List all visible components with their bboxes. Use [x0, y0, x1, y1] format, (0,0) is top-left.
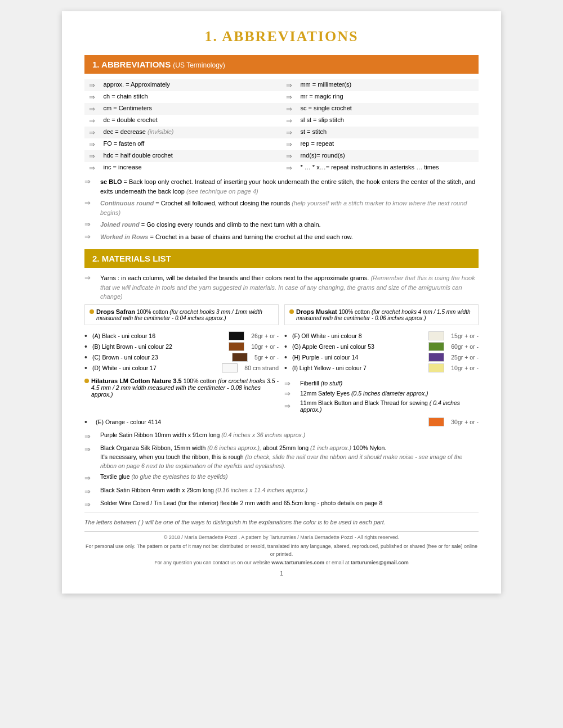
abbrev-row: ⇒ ch = chain stitch ⇒ mr = magic ring — [84, 91, 479, 103]
yarn-indicator-icon — [289, 309, 294, 314]
black-button-item: ⇒ 11mm Black Button and Black Thread for… — [284, 399, 479, 413]
arrow-icon: ⇒ — [284, 379, 300, 388]
hilaturas-name: Hilaturas LM Cotton Nature 3.5 — [91, 378, 182, 384]
def-scblo: ⇒ sc BLO = Back loop only crochet. Inste… — [84, 177, 479, 196]
page-number: 1 — [84, 570, 479, 577]
bullet-icon: • — [84, 417, 92, 426]
abbrev-cm: cm = Centimeters — [100, 103, 282, 115]
hilaturas-items-row: Hilaturas LM Cotton Nature 3.5 100% cott… — [84, 378, 479, 415]
arrow-icon: ⇒ — [282, 79, 297, 91]
bullet-icon: • — [284, 353, 292, 362]
black-satin-text: Black Satin Ribbon 4mm width x 29cm long… — [100, 486, 307, 495]
solder-wire-row: ⇒ Solder Wire Cored / Tin Lead (for the … — [84, 499, 479, 510]
hilaturas-weight: 100% cotton — [184, 378, 218, 384]
arrow-icon: ⇒ — [84, 150, 100, 162]
abbrev-row: ⇒ hdc = half double crochet ⇒ rnd(s)= ro… — [84, 150, 479, 162]
abbrev-row: ⇒ dc = double crochet ⇒ sl st = slip sti… — [84, 115, 479, 127]
abbrev-inc: inc = increase — [100, 162, 282, 174]
color-amount-purple: 25gr + or - — [451, 354, 479, 361]
color-amount-offwhite: 15gr + or - — [451, 332, 479, 339]
safety-eyes-text: 12mm Safety Eyes (0.5 inches diameter ap… — [300, 390, 428, 397]
drops-safran-header: Drops Safran 100% cotton (for crochet ho… — [90, 308, 274, 321]
def-scblo-text: sc BLO = Back loop only crochet. Instead… — [100, 177, 479, 196]
materials-section: 2. MATERIALS LIST ⇒ Yarns : in each colu… — [84, 249, 479, 577]
bullet-icon: • — [84, 363, 92, 372]
textile-glue-text: Textile glue (to glue the eyelashes to t… — [100, 473, 227, 482]
abbrev-row: ⇒ approx. = Approximately ⇒ mm = millime… — [84, 79, 479, 91]
color-label-lightbrown: (B) Light Brown - uni colour 22 — [92, 343, 225, 350]
color-amount-lightyellow: 10gr + or - — [451, 365, 479, 371]
color-item-offwhite: • (F) Off White - uni colour 8 15gr + or… — [284, 331, 479, 340]
arrow-icon: ⇒ — [282, 91, 297, 103]
color-swatch-lightyellow — [428, 363, 444, 372]
arrow-icon: ⇒ — [84, 486, 100, 497]
color-label-black: (A) Black - uni colour 16 — [92, 332, 225, 339]
abbrev-row: ⇒ cm = Centimeters ⇒ sc = single crochet — [84, 103, 479, 115]
abbrev-rep: rep = repeat — [297, 138, 479, 150]
abbrev-dc: dc = double crochet — [100, 115, 282, 127]
safety-eyes-item: ⇒ 12mm Safety Eyes (0.5 inches diameter … — [284, 389, 479, 398]
hilaturas-right: ⇒ Fiberfill (to stuff) ⇒ 12mm Safety Eye… — [279, 378, 479, 415]
abbreviations-title: 1. ABBREVIATIONS — [92, 60, 171, 69]
footer-copyright: © 2018 / María Bernadette Pozzi . A patt… — [84, 534, 479, 540]
color-col-right: • (F) Off White - uni colour 8 15gr + or… — [279, 330, 479, 374]
color-amount-white: 80 cm strand — [244, 365, 279, 371]
arrow-icon: ⇒ — [84, 138, 100, 150]
abbrev-hdc: hdc = half double crochet — [100, 150, 282, 162]
color-item-purple: • (H) Purple - uni colour 14 25gr + or - — [284, 353, 479, 362]
black-organza-text: Black Organza Silk Ribbon, 15mm width (0… — [100, 444, 479, 470]
drops-muskat-col: Drops Muskat 100% cotton (for crochet ho… — [284, 304, 479, 325]
arrow-icon: ⇒ — [284, 389, 300, 398]
abbrev-mm: mm = millimeter(s) — [297, 79, 479, 91]
footer-disclaimer: For personal use only. The pattern or pa… — [84, 542, 479, 567]
orange-color-item: • (E) Orange - colour 4114 30gr + or - — [84, 417, 479, 426]
color-swatch-white — [222, 363, 238, 372]
arrow-icon: ⇒ — [84, 444, 100, 455]
abbrev-row: ⇒ inc = increase ⇒ * … * x…= repeat inst… — [84, 162, 479, 174]
hilaturas-header: Hilaturas LM Cotton Nature 3.5 100% cott… — [84, 378, 279, 398]
materials-header: 2. MATERIALS LIST — [84, 249, 479, 268]
drops-muskat-header: Drops Muskat 100% cotton (for crochet ho… — [289, 308, 473, 321]
abbrev-fo: FO = fasten off — [100, 138, 282, 150]
abbrev-st: st = stitch — [297, 127, 479, 138]
disclaimer1: For personal use only. The pattern or pa… — [86, 543, 477, 557]
color-item-green: • (G) Apple Green - uni colour 53 60gr +… — [284, 342, 479, 351]
abbrev-sc: sc = single crochet — [297, 103, 479, 115]
arrow-icon: ⇒ — [84, 162, 100, 174]
color-item-white: • (D) White - uni colour 17 80 cm strand — [84, 363, 279, 372]
arrow-icon: ⇒ — [282, 103, 297, 115]
arrow-icon: ⇒ — [282, 115, 297, 127]
color-amount-orange: 30gr + or - — [451, 419, 479, 425]
drops-safran-name: Drops Safran — [96, 308, 135, 315]
disclaimer2: For any question you can contact us on o… — [154, 560, 409, 565]
arrow-icon: ⇒ — [282, 138, 297, 150]
abbrev-dec: dec = decrease (invisible) — [100, 127, 282, 138]
def-joined-text: Joined round = Go closing every rounds a… — [100, 220, 479, 230]
abbreviations-table: ⇒ approx. = Approximately ⇒ mm = millime… — [84, 79, 479, 174]
color-amount-black: 26gr + or - — [251, 332, 279, 339]
purple-ribbon-text: Purple Satin Ribbon 10mm width x 91cm lo… — [100, 431, 305, 440]
arrow-icon: ⇒ — [282, 127, 297, 138]
color-label-lightyellow: (I) Light Yellow - uni colour 7 — [292, 365, 425, 371]
purple-ribbon-row: ⇒ Purple Satin Ribbon 10mm width x 91cm … — [84, 431, 479, 442]
yarn-brands-row: Drops Safran 100% cotton (for crochet ho… — [84, 304, 479, 325]
color-item-brown: • (C) Brown - uni colour 23 5gr + or - — [84, 353, 279, 362]
color-label-offwhite: (F) Off White - uni colour 8 — [292, 332, 425, 339]
drops-safran-weight: 100% cotton — [137, 309, 169, 315]
drops-safran-col: Drops Safran 100% cotton (for crochet ho… — [84, 304, 279, 325]
color-swatch-orange — [428, 417, 444, 426]
abbrev-row: ⇒ dec = decrease (invisible) ⇒ st = stit… — [84, 127, 479, 138]
fiberfill-text: Fiberfill (to stuff) — [300, 380, 342, 387]
abbrev-rnd: rnd(s)= round(s) — [297, 150, 479, 162]
color-swatch-purple — [428, 353, 444, 362]
color-item-black: • (A) Black - uni colour 16 26gr + or - — [84, 331, 279, 340]
extras-rows: ⇒ Purple Satin Ribbon 10mm width x 91cm … — [84, 431, 479, 510]
abbreviations-section: 1. ABBREVIATIONS (US Terminology) ⇒ appr… — [84, 55, 479, 241]
arrow-icon: ⇒ — [84, 91, 100, 103]
arrow-icon: ⇒ — [84, 79, 100, 91]
fiberfill-item: ⇒ Fiberfill (to stuff) — [284, 379, 479, 388]
arrow-icon: ⇒ — [84, 431, 100, 442]
color-swatch-green — [428, 342, 444, 351]
yarn-indicator-icon — [84, 379, 89, 383]
color-swatch-darkbrown — [232, 353, 248, 362]
